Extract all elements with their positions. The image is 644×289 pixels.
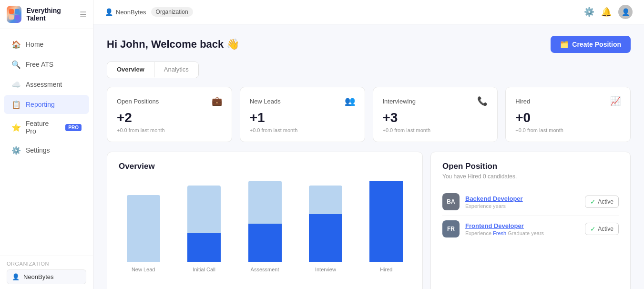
backend-info: Backend Developer Experience years — [465, 195, 579, 209]
app-name: Everything Talent — [26, 7, 75, 22]
bar-group-new-lead: New Lead — [119, 171, 168, 272]
create-position-icon: 🗂️ — [560, 41, 568, 48]
org-user-icon: 👤 — [12, 273, 20, 280]
sidebar-item-feature-pro-label: Feature Pro — [26, 120, 61, 135]
bar-label: Initial Call — [193, 267, 215, 272]
stat-change-open-positions: +0.0 from last month — [117, 127, 222, 133]
fresh-highlight: Fresh — [493, 230, 506, 236]
frontend-active-badge: ✓ Active — [585, 223, 619, 235]
active-check-icon-2: ✓ — [590, 225, 596, 233]
backend-status: Active — [598, 198, 613, 205]
frontend-status: Active — [598, 226, 613, 232]
bar-bottom — [309, 214, 342, 262]
open-position-title: Open Position — [442, 162, 619, 171]
bar-container — [187, 171, 221, 262]
reporting-icon: 📋 — [11, 100, 21, 109]
sidebar-item-settings[interactable]: ⚙️ Settings — [4, 141, 89, 160]
topbar-actions: ⚙️ 🔔 👤 — [584, 5, 633, 19]
stat-card-header: Interviewing 📞 — [383, 96, 488, 106]
stats-row: Open Positions 💼 +2 +0.0 from last month… — [107, 87, 631, 142]
sidebar-item-reporting-label: Reporting — [26, 101, 55, 108]
bar-label: Assessment — [251, 267, 279, 272]
sidebar-item-settings-label: Settings — [26, 146, 50, 154]
stat-card-header: Open Positions 💼 — [117, 96, 222, 106]
notifications-bell-icon[interactable]: 🔔 — [601, 7, 612, 17]
bar-group-interview: Interview — [301, 171, 350, 272]
chart-icon: 📈 — [610, 96, 621, 106]
phone-icon: 📞 — [477, 96, 488, 106]
topbar-user: 👤 NeonBytes — [105, 8, 146, 16]
sidebar-item-reporting[interactable]: 📋 Reporting — [4, 95, 89, 114]
frontend-avatar: FR — [442, 220, 460, 237]
free-ats-icon: 🔍 — [11, 60, 21, 69]
sidebar-toggle-icon[interactable]: ☰ — [80, 10, 86, 19]
sidebar-logo: Everything Talent ☰ — [0, 0, 93, 29]
sidebar-item-feature-pro[interactable]: ⭐ Feature Pro PRO — [4, 115, 89, 140]
stat-card-header: Hired 📈 — [515, 96, 621, 106]
bar-container — [369, 171, 403, 262]
assessment-icon: ☁️ — [11, 80, 21, 89]
welcome-heading: Hi John, Welcome back 👋 — [107, 38, 239, 51]
stat-card-new-leads: New Leads 👥 +1 +0.0 from last month — [240, 87, 365, 142]
stat-value-open-positions: +2 — [117, 110, 222, 125]
bar-top — [309, 186, 342, 214]
backend-developer-name[interactable]: Backend Developer — [465, 195, 579, 202]
settings-gear-icon[interactable]: ⚙️ — [584, 7, 594, 17]
stat-label-hired: Hired — [515, 98, 530, 105]
bar-bottom — [187, 233, 221, 262]
sidebar-item-home[interactable]: 🏠 Home — [4, 35, 89, 54]
tab-analytics[interactable]: Analytics — [154, 62, 198, 78]
bar-bottom — [369, 181, 403, 262]
settings-icon: ⚙️ — [11, 145, 21, 155]
backend-avatar: BA — [442, 193, 460, 210]
pro-badge: PRO — [65, 124, 82, 131]
feature-pro-icon: ⭐ — [11, 123, 21, 132]
content-header: Hi John, Welcome back 👋 🗂️ Create Positi… — [107, 36, 631, 53]
stat-change-hired: +0.0 from last month — [515, 127, 621, 133]
app-logo-icon — [7, 6, 21, 23]
topbar-user-icon: 👤 — [105, 8, 113, 16]
avatar-initials: 👤 — [622, 8, 630, 16]
stat-value-new-leads: +1 — [250, 110, 355, 125]
user-avatar[interactable]: 👤 — [618, 5, 633, 19]
stat-card-open-positions: Open Positions 💼 +2 +0.0 from last month — [107, 87, 232, 142]
briefcase-icon: 💼 — [212, 96, 222, 106]
frontend-exp: Experience Fresh Graduate years — [465, 230, 579, 236]
active-check-icon: ✓ — [590, 198, 596, 206]
tab-analytics-label: Analytics — [164, 66, 189, 73]
bar-label: New Lead — [132, 267, 155, 272]
org-selector[interactable]: 👤 NeonBytes — [7, 269, 86, 284]
stat-label-new-leads: New Leads — [250, 98, 281, 105]
stat-card-interviewing: Interviewing 📞 +3 +0.0 from last month — [373, 87, 498, 142]
home-icon: 🏠 — [11, 40, 21, 49]
chart-title: Overview — [119, 162, 411, 171]
bar-container — [309, 171, 342, 262]
sidebar-item-assessment-label: Assessment — [26, 81, 62, 88]
stat-value-hired: +0 — [515, 110, 621, 125]
bar-group-initial-call: Initial Call — [179, 171, 228, 272]
frontend-developer-name[interactable]: Frontend Developer — [465, 222, 579, 229]
bar-top — [127, 195, 160, 262]
create-position-button[interactable]: 🗂️ Create Position — [551, 36, 631, 53]
bar-bottom — [248, 224, 282, 262]
tab-overview-label: Overview — [117, 66, 144, 73]
sidebar-item-assessment[interactable]: ☁️ Assessment — [4, 75, 89, 94]
chart-area: New LeadInitial CallAssessmentInterviewH… — [119, 179, 411, 284]
svg-rect-1 — [15, 9, 20, 14]
position-item-frontend: FR Frontend Developer Experience Fresh G… — [442, 216, 619, 242]
svg-rect-0 — [9, 9, 14, 14]
org-user-name: NeonBytes — [23, 273, 54, 280]
users-icon: 👥 — [345, 96, 355, 106]
main-content: 👤 NeonBytes Organization ⚙️ 🔔 👤 Hi John,… — [93, 0, 644, 289]
tab-overview[interactable]: Overview — [107, 62, 154, 78]
bar-top — [187, 186, 221, 233]
sidebar-item-free-ats[interactable]: 🔍 Free ATS — [4, 55, 89, 74]
sidebar-nav: 🏠 Home 🔍 Free ATS ☁️ Assessment 📋 Report… — [0, 29, 93, 256]
backend-active-badge: ✓ Active — [585, 196, 619, 208]
overview-chart-card: Overview New LeadInitial CallAssessmentI… — [107, 152, 423, 289]
topbar-org-badge: Organization — [151, 7, 193, 17]
tabs-bar: Overview Analytics — [107, 62, 199, 78]
backend-exp: Experience years — [465, 203, 579, 209]
bar-container — [248, 171, 282, 262]
open-position-subtitle: You have Hired 0 candidates. — [442, 173, 619, 180]
